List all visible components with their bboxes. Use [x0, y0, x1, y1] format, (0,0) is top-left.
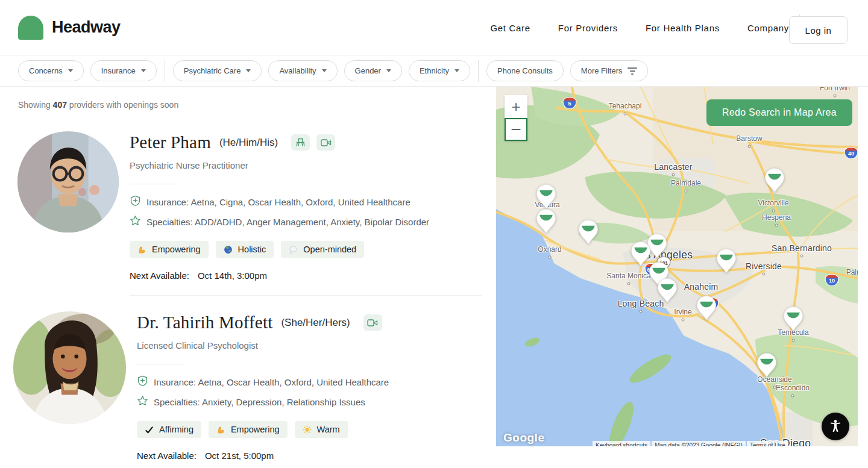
map-place-dot — [627, 282, 631, 285]
map-place-dot — [791, 395, 794, 398]
map-label-palm-s: Palm S — [846, 268, 858, 276]
provider-name[interactable]: Dr. Tahirih Moffett — [137, 313, 272, 332]
provider-map-pin[interactable] — [578, 219, 599, 245]
map-label-escondido: Escondido — [776, 384, 810, 392]
map-place-dot — [772, 210, 775, 213]
redo-search-button[interactable]: Redo Search in Map Area — [706, 99, 852, 126]
provider-map-pin[interactable] — [716, 248, 737, 274]
accessibility-icon — [828, 419, 843, 434]
badge-label: Open-minded — [303, 245, 356, 254]
nav-item-for-providers[interactable]: For Providers — [558, 23, 618, 33]
map-label-san-bernardino: San Bernardino — [772, 243, 832, 253]
map-zoom-control: + − — [505, 95, 527, 141]
provider-list: Peter Pham (He/Him/His) Psychiatric Nurs… — [0, 131, 496, 461]
filter-label: Concerns — [29, 66, 63, 75]
map-label-palmdale: Palmdale — [671, 179, 701, 187]
specialties-row: Specialties: ADD/ADHD, Anger Management,… — [130, 215, 429, 228]
provider-map-pin[interactable] — [756, 352, 777, 378]
filter-availability[interactable]: Availability — [268, 60, 337, 81]
provider-map-pin[interactable] — [657, 278, 678, 304]
map-place-dot — [640, 310, 643, 313]
map-label-anaheim: Anaheim — [684, 282, 719, 292]
chevron-down-icon — [246, 69, 251, 72]
session-type-chips — [363, 314, 382, 331]
provider-avatar — [17, 131, 119, 232]
provider-pronouns: (He/Him/His) — [219, 137, 278, 149]
map-label-lancaster: Lancaster — [654, 162, 692, 172]
filter-label: Phone Consults — [497, 66, 553, 75]
flex-arm-icon — [137, 245, 146, 254]
sun-icon — [303, 425, 312, 434]
in-person-chair-icon — [291, 134, 310, 151]
chevron-down-icon — [68, 69, 73, 72]
provider-map-pin[interactable] — [696, 295, 717, 321]
provider-card[interactable]: Dr. Tahirih Moffett (She/Her/Hers) Licen… — [13, 311, 496, 461]
provider-map-pin[interactable] — [536, 184, 556, 210]
badge-label: Affirming — [159, 425, 193, 434]
map-place-dot — [624, 113, 627, 116]
map-place-dot — [775, 224, 778, 227]
badge-open-minded: Open-minded — [281, 241, 364, 258]
zoom-out-button[interactable]: − — [505, 118, 527, 141]
provider-results-panel[interactable]: Showing 407 providers with openings soon… — [0, 87, 496, 468]
badge-label: Holistic — [238, 245, 266, 254]
headway-logo[interactable]: Headway — [18, 16, 121, 40]
specialties-star-icon — [130, 215, 141, 228]
filter-label: Ethnicity — [420, 66, 449, 75]
check-icon — [145, 425, 154, 434]
map-label-victorville: Victorville — [758, 199, 788, 207]
map-attribution-item[interactable]: Terms of Use — [747, 441, 788, 446]
login-button[interactable]: Log in — [789, 16, 848, 44]
filter-phone-consults[interactable]: Phone Consults — [486, 60, 564, 81]
chevron-down-icon — [386, 69, 391, 72]
badge-label: Warm — [317, 425, 340, 434]
map-label-riverside: Riverside — [746, 261, 782, 271]
specialties-row: Specialties: Anxiety, Depression, Relati… — [137, 395, 389, 408]
trait-badges: EmpoweringHolisticOpen-minded — [130, 241, 429, 258]
map-place-dot — [549, 256, 552, 259]
filter-ethnicity[interactable]: Ethnicity — [409, 60, 470, 81]
nav-item-for-health-plans[interactable]: For Health Plans — [646, 23, 720, 33]
filter-label: More Filters — [581, 66, 623, 75]
map-attribution-item[interactable]: Map data ©2023 Google (INEGI) — [652, 441, 746, 446]
filter-insurance[interactable]: Insurance — [90, 60, 157, 81]
map-place-dot — [682, 319, 685, 322]
filter-more-filters[interactable]: More Filters — [570, 60, 649, 81]
map[interactable]: Fort IrwinTehachapiBarstowLancasterPalmd… — [496, 87, 858, 446]
filter-gender[interactable]: Gender — [344, 60, 402, 81]
map-terrain — [496, 87, 858, 446]
map-place-dot — [800, 255, 804, 258]
map-place-dot — [685, 190, 688, 193]
map-label-fort-irwin: Fort Irwin — [820, 87, 850, 92]
provider-title: Licensed Clinical Psychologist — [137, 340, 389, 351]
map-label-irvine: Irvine — [674, 308, 691, 316]
filter-bar: ConcernsInsurancePsychiatric CareAvailab… — [0, 55, 868, 87]
map-place-dot — [672, 173, 675, 176]
insurance-row: Insurance: Aetna, Oscar Health, Oxford, … — [137, 375, 389, 388]
provider-name[interactable]: Peter Pham — [130, 133, 211, 152]
badge-label: Empowering — [152, 245, 201, 254]
provider-map-pin[interactable] — [783, 306, 804, 332]
provider-map-pin[interactable] — [631, 241, 651, 267]
card-divider — [130, 295, 482, 296]
brand-wordmark: Headway — [52, 18, 121, 37]
nav-item-get-care[interactable]: Get Care — [490, 23, 530, 33]
divider — [137, 364, 185, 364]
chevron-down-icon — [141, 69, 146, 72]
map-place-dot — [748, 145, 751, 148]
provider-map-pin[interactable] — [764, 167, 785, 193]
highway-shield-40: 40 — [844, 147, 858, 159]
nav-item-company[interactable]: Company — [747, 23, 789, 33]
filter-concerns[interactable]: Concerns — [18, 60, 84, 81]
provider-card[interactable]: Peter Pham (He/Him/His) Psychiatric Nurs… — [17, 131, 496, 281]
map-attribution-item[interactable]: Keyboard shortcuts — [593, 441, 650, 446]
filter-psychiatric-care[interactable]: Psychiatric Care — [173, 60, 262, 81]
map-label-hesperia: Hesperia — [762, 213, 791, 222]
zoom-in-button[interactable]: + — [505, 95, 527, 118]
google-logo: Google — [503, 431, 544, 445]
map-label-oxnard: Oxnard — [538, 245, 561, 254]
map-attribution: Keyboard shortcutsMap data ©2023 Google … — [593, 441, 788, 446]
accessibility-button[interactable] — [822, 413, 849, 440]
filter-group: ConcernsInsurance — [18, 60, 157, 81]
provider-map-pin[interactable] — [536, 208, 556, 234]
